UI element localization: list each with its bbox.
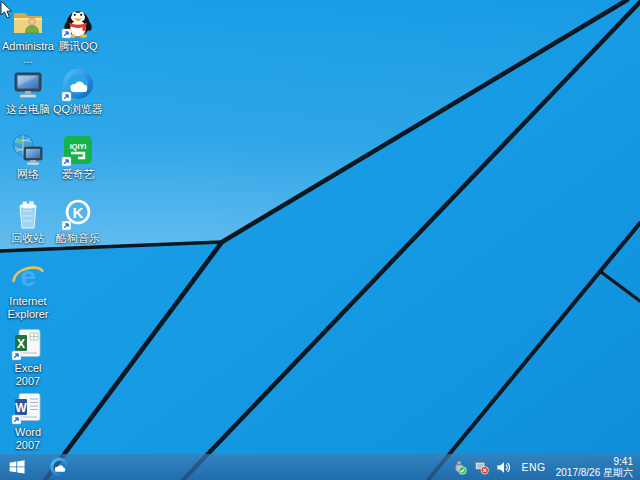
desktop-icon-iqiyi[interactable]: iQIYI 爱奇艺 — [54, 133, 102, 181]
desktop-icon-kugou-music[interactable]: K 酷狗音乐 — [54, 197, 102, 245]
recycle-bin-icon — [11, 197, 45, 231]
desktop-icon-network[interactable]: 网络 — [4, 133, 52, 181]
system-tray: ENG 9:41 2017/8/26 星期六 — [452, 454, 640, 480]
internet-explorer-icon: e — [11, 260, 45, 294]
desktop-icon-this-pc[interactable]: 这台电脑 — [4, 68, 52, 116]
ie-e-glyph: e — [20, 261, 36, 292]
start-button[interactable] — [0, 454, 34, 480]
icon-label: 爱奇艺 — [52, 168, 104, 181]
desktop-icon-word-2007[interactable]: W Word 2007 — [4, 391, 52, 452]
icon-label: 回收站 — [2, 232, 54, 245]
user-folder-icon — [11, 5, 45, 39]
iqiyi-icon: iQIYI — [61, 133, 95, 167]
desktop-icon-internet-explorer[interactable]: e Internet Explorer — [4, 260, 52, 321]
qq-browser-taskbar-icon — [49, 457, 70, 478]
word-w-glyph: W — [15, 401, 27, 415]
icon-label: 这台电脑 — [2, 103, 54, 116]
desktop-icon-excel-2007[interactable]: X Excel 2007 — [4, 327, 52, 388]
kugou-music-icon: K — [61, 197, 95, 231]
iqiyi-logo-text: iQIYI — [70, 142, 86, 151]
safely-remove-hardware-icon[interactable] — [452, 460, 467, 475]
clock-time: 9:41 — [556, 456, 633, 467]
volume-icon[interactable] — [496, 460, 511, 475]
icon-label: QQ浏览器 — [52, 103, 104, 116]
desktop-icon-recycle-bin[interactable]: 回收站 — [4, 197, 52, 245]
clock-date: 2017/8/26 星期六 — [556, 467, 633, 478]
icon-label: Excel 2007 — [2, 362, 54, 388]
computer-icon — [11, 68, 45, 102]
excel-icon: X — [11, 327, 45, 361]
language-indicator[interactable]: ENG — [518, 461, 548, 473]
icon-label: 网络 — [2, 168, 54, 181]
qq-penguin-icon — [61, 5, 95, 39]
icon-label: Internet Explorer — [2, 295, 54, 321]
mouse-cursor — [0, 0, 14, 20]
excel-x-glyph: X — [17, 337, 25, 351]
qq-browser-icon — [61, 68, 95, 102]
taskbar-clock[interactable]: 9:41 2017/8/26 星期六 — [556, 456, 635, 478]
network-globe-icon — [11, 133, 45, 167]
icon-label: 酷狗音乐 — [52, 232, 104, 245]
taskbar-qq-browser-button[interactable] — [42, 454, 76, 480]
windows-logo-icon — [8, 458, 26, 476]
icon-label: 腾讯QQ — [52, 40, 104, 53]
desktop-icon-qq-browser[interactable]: QQ浏览器 — [54, 68, 102, 116]
icon-label: Word 2007 — [2, 426, 54, 452]
word-icon: W — [11, 391, 45, 425]
network-disconnected-icon[interactable] — [474, 460, 489, 475]
icon-label: Administra... — [2, 40, 54, 66]
desktop-icon-tencent-qq[interactable]: 腾讯QQ — [54, 5, 102, 53]
taskbar: ENG 9:41 2017/8/26 星期六 — [0, 454, 640, 480]
kugou-logo-text: K — [73, 204, 84, 221]
